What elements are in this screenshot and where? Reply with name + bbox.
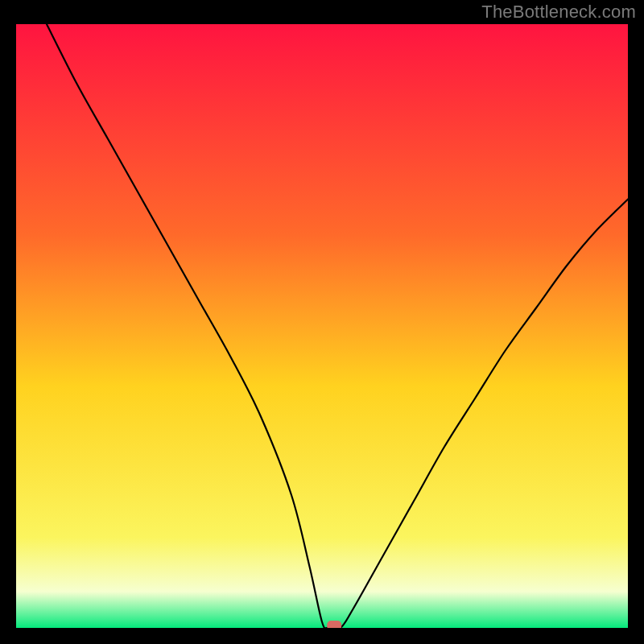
chart-frame: TheBottleneck.com — [0, 0, 644, 644]
optimal-marker — [327, 621, 341, 628]
chart-svg — [16, 24, 628, 628]
plot-area — [16, 24, 628, 628]
gradient-background — [16, 24, 628, 628]
watermark-text: TheBottleneck.com — [481, 2, 636, 23]
